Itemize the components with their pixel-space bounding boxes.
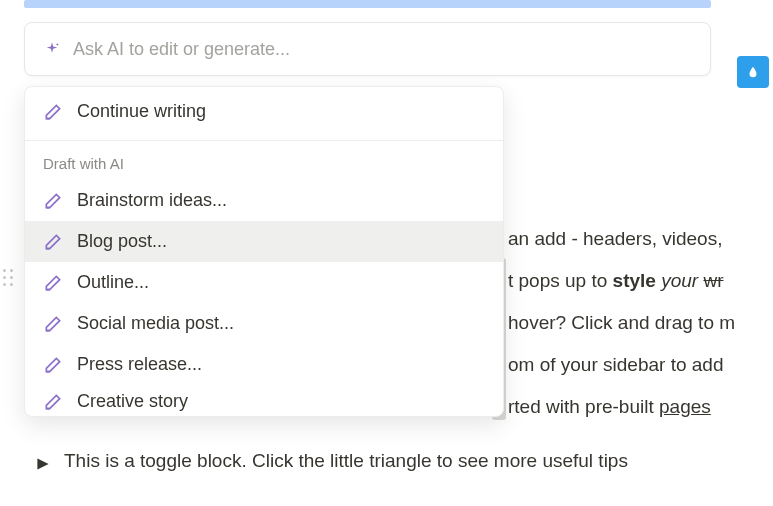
menu-item-social-media[interactable]: Social media post... xyxy=(25,303,503,344)
pen-icon xyxy=(43,232,63,252)
bg-line-bold: style xyxy=(613,270,656,291)
menu-item-continue-writing[interactable]: Continue writing xyxy=(25,87,503,136)
pen-icon xyxy=(43,273,63,293)
pen-icon xyxy=(43,314,63,334)
menu-item-label: Press release... xyxy=(77,354,202,375)
bg-line-italic: your xyxy=(656,270,704,291)
menu-item-blog-post[interactable]: Blog post... xyxy=(25,221,503,262)
ai-dropdown-menu: Continue writing Draft with AI Brainstor… xyxy=(24,86,504,417)
bg-line: an add - headers, videos, xyxy=(508,228,722,249)
ai-input[interactable] xyxy=(73,39,692,60)
bg-link-pages[interactable]: pages xyxy=(659,396,711,417)
pen-icon xyxy=(43,392,63,412)
sparkle-icon xyxy=(43,40,61,58)
menu-item-label: Social media post... xyxy=(77,313,234,334)
toggle-block[interactable]: This is a toggle block. Click the little… xyxy=(36,450,773,472)
toggle-text: This is a toggle block. Click the little… xyxy=(64,450,628,472)
bg-line-strike: wr xyxy=(703,270,723,291)
toggle-triangle-icon[interactable] xyxy=(36,454,50,468)
menu-item-outline[interactable]: Outline... xyxy=(25,262,503,303)
menu-item-label: Creative story xyxy=(77,391,188,412)
menu-item-label: Brainstorm ideas... xyxy=(77,190,227,211)
menu-item-label: Blog post... xyxy=(77,231,167,252)
selection-highlight xyxy=(24,0,711,8)
bg-line: om of your sidebar to add xyxy=(508,354,723,375)
menu-item-press-release[interactable]: Press release... xyxy=(25,344,503,385)
menu-item-label: Continue writing xyxy=(77,101,206,122)
menu-item-label: Outline... xyxy=(77,272,149,293)
pen-icon xyxy=(43,191,63,211)
menu-item-brainstorm[interactable]: Brainstorm ideas... xyxy=(25,180,503,221)
pen-icon xyxy=(43,355,63,375)
bg-line: hover? Click and drag to m xyxy=(508,312,735,333)
pen-icon xyxy=(43,102,63,122)
ai-input-container[interactable] xyxy=(24,22,711,76)
drop-icon xyxy=(746,63,760,81)
background-document-text: an add - headers, videos, t pops up to s… xyxy=(508,218,773,428)
drag-handle-icon[interactable] xyxy=(0,266,16,288)
bg-line: rted with pre-built xyxy=(508,396,659,417)
bg-line: t pops up to xyxy=(508,270,613,291)
menu-item-creative-story[interactable]: Creative story xyxy=(25,385,503,416)
menu-section-header: Draft with AI xyxy=(25,141,503,180)
water-drop-button[interactable] xyxy=(737,56,769,88)
